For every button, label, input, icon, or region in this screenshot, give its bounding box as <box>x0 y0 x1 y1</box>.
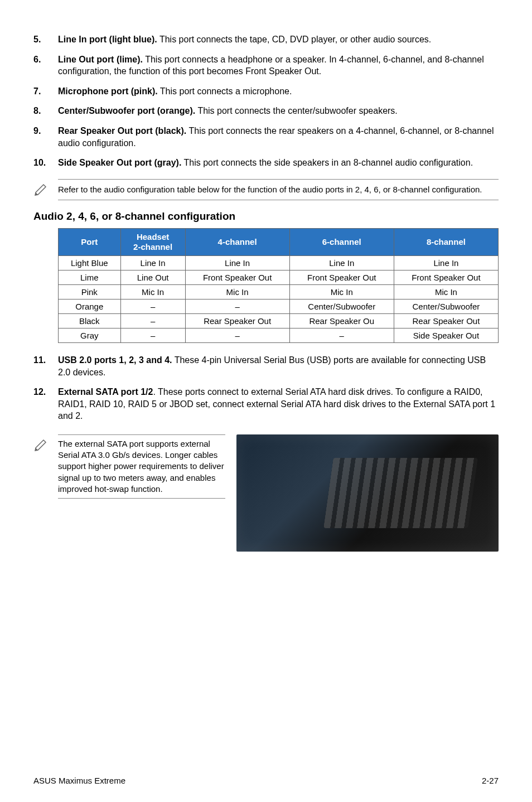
item-lead: Line Out port (lime). <box>58 55 143 64</box>
table-cell: Line In <box>394 256 498 270</box>
sata-port-photo <box>236 434 499 552</box>
item-body: Line In port (light blue). This port con… <box>58 33 499 46</box>
list-item: 9. Rear Speaker Out port (black). This p… <box>33 125 499 149</box>
table-cell: – <box>120 299 185 314</box>
table-cell: Rear Speaker Ou <box>289 314 394 328</box>
table-header: Headset2-channel <box>120 229 185 256</box>
table-cell: Orange <box>59 299 121 314</box>
item-lead: External SATA port 1/2 <box>58 387 153 397</box>
table-cell: Light Blue <box>59 256 121 270</box>
table-cell: Side Speaker Out <box>394 328 498 343</box>
item-text: This port connects the side speakers in … <box>181 158 473 167</box>
list-item: 8. Center/Subwoofer port (orange). This … <box>33 105 499 117</box>
table-cell: Mic In <box>120 285 185 299</box>
item-text: This port connects the tape, CD, DVD pla… <box>157 35 432 44</box>
item-body: Microphone port (pink). This port connec… <box>58 85 499 98</box>
port-description-list-b: 11. USB 2.0 ports 1, 2, 3 and 4. These 4… <box>33 354 499 422</box>
table-row: Orange – – Center/Subwoofer Center/Subwo… <box>59 299 499 314</box>
table-cell: – <box>185 299 289 314</box>
table-cell: Mic In <box>289 285 394 299</box>
item-body: Center/Subwoofer port (orange). This por… <box>58 105 499 117</box>
item-lead: Center/Subwoofer port (orange). <box>58 106 195 115</box>
table-cell: Black <box>59 314 121 328</box>
footer-left: ASUS Maximus Extreme <box>33 776 125 785</box>
item-lead: Side Speaker Out port (gray). <box>58 158 181 167</box>
table-cell: Line In <box>185 256 289 270</box>
bottom-note-row: The external SATA port supports external… <box>33 434 499 552</box>
item-lead: Microphone port (pink). <box>58 86 158 96</box>
table-row: Pink Mic In Mic In Mic In Mic In <box>59 285 499 299</box>
list-item: 12. External SATA port 1/2. These ports … <box>33 386 499 422</box>
item-number: 5. <box>33 33 58 46</box>
port-description-list-a: 5. Line In port (light blue). This port … <box>33 33 499 169</box>
table-cell: Line Out <box>120 270 185 285</box>
section-title: Audio 2, 4, 6, or 8-channel configuratio… <box>33 210 499 223</box>
table-row: Light Blue Line In Line In Line In Line … <box>59 256 499 270</box>
item-number: 10. <box>33 157 58 169</box>
table-cell: Line In <box>120 256 185 270</box>
item-lead: USB 2.0 ports 1, 2, 3 and 4. <box>58 355 172 365</box>
item-text: This port connects the center/subwoofer … <box>195 106 398 115</box>
note-text: The external SATA port supports external… <box>58 434 225 499</box>
list-item: 10. Side Speaker Out port (gray). This p… <box>33 157 499 169</box>
table-cell: Rear Speaker Out <box>394 314 498 328</box>
table-cell: Front Speaker Out <box>394 270 498 285</box>
table-header: Port <box>59 229 121 256</box>
table-row: Gray – – – Side Speaker Out <box>59 328 499 343</box>
table-cell: Front Speaker Out <box>289 270 394 285</box>
item-body: Line Out port (lime). This port connects… <box>58 54 499 78</box>
table-cell: – <box>185 328 289 343</box>
table-cell: Lime <box>59 270 121 285</box>
table-cell: Gray <box>59 328 121 343</box>
table-cell: – <box>120 314 185 328</box>
item-body: External SATA port 1/2. These ports conn… <box>58 386 499 422</box>
table-header: 4-channel <box>185 229 289 256</box>
item-body: USB 2.0 ports 1, 2, 3 and 4. These 4-pin… <box>58 354 499 378</box>
item-number: 8. <box>33 105 58 117</box>
list-item: 7. Microphone port (pink). This port con… <box>33 85 499 98</box>
table-header: 6-channel <box>289 229 394 256</box>
item-text: This port connects a microphone. <box>158 86 292 96</box>
item-body: Side Speaker Out port (gray). This port … <box>58 157 499 169</box>
pencil-note-icon <box>33 434 58 455</box>
header-text: Headset2-channel <box>133 232 172 252</box>
table-row: Lime Line Out Front Speaker Out Front Sp… <box>59 270 499 285</box>
audio-config-table: Port Headset2-channel 4-channel 6-channe… <box>58 228 499 343</box>
note-text: Refer to the audio configuration table b… <box>58 179 499 200</box>
page-footer: ASUS Maximus Extreme 2-27 <box>33 776 499 785</box>
item-lead: Line In port (light blue). <box>58 35 157 44</box>
list-item: 11. USB 2.0 ports 1, 2, 3 and 4. These 4… <box>33 354 499 378</box>
table-cell: Front Speaker Out <box>185 270 289 285</box>
item-body: Rear Speaker Out port (black). This port… <box>58 125 499 149</box>
table-cell: – <box>120 328 185 343</box>
item-number: 9. <box>33 125 58 149</box>
footer-right: 2-27 <box>482 776 499 785</box>
item-number: 11. <box>33 354 58 378</box>
pencil-note-icon <box>33 179 58 199</box>
table-cell: Pink <box>59 285 121 299</box>
table-cell: – <box>289 328 394 343</box>
table-cell: Rear Speaker Out <box>185 314 289 328</box>
note-row: Refer to the audio configuration table b… <box>33 179 499 200</box>
table-cell: Mic In <box>394 285 498 299</box>
list-item: 5. Line In port (light blue). This port … <box>33 33 499 46</box>
table-cell: Center/Subwoofer <box>394 299 498 314</box>
table-cell: Center/Subwoofer <box>289 299 394 314</box>
table-row: Black – Rear Speaker Out Rear Speaker Ou… <box>59 314 499 328</box>
table-cell: Mic In <box>185 285 289 299</box>
list-item: 6. Line Out port (lime). This port conne… <box>33 54 499 78</box>
table-cell: Line In <box>289 256 394 270</box>
item-number: 7. <box>33 85 58 98</box>
item-number: 12. <box>33 386 58 422</box>
item-lead: Rear Speaker Out port (black). <box>58 126 186 136</box>
table-header: 8-channel <box>394 229 498 256</box>
item-number: 6. <box>33 54 58 78</box>
